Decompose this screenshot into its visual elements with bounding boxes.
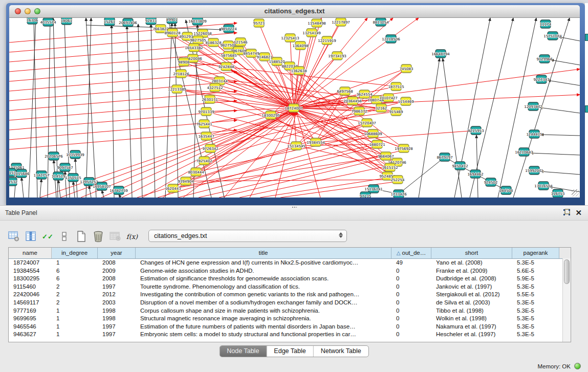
network-window-titlebar[interactable]: citations_edges.txt <box>9 5 580 18</box>
graph-edge[interactable] <box>559 37 580 41</box>
graph-edge[interactable] <box>29 18 36 198</box>
graph-edge[interactable] <box>86 18 91 198</box>
graph-node-18061[interactable]: 18061 <box>61 18 72 25</box>
graph-node-1620443[interactable]: 1620443 <box>165 184 181 192</box>
column-header-short[interactable]: short <box>431 248 512 258</box>
graph-node-11532[interactable]: 11532 <box>9 178 17 186</box>
graph-node-17016504[interactable]: 17016504 <box>534 182 553 190</box>
cell-out_de[interactable]: 0 <box>391 307 431 315</box>
cell-year[interactable]: 2012 <box>98 291 136 299</box>
cell-short[interactable]: Hescheler et al. (1997) <box>431 331 512 339</box>
cell-year[interactable]: 2003 <box>98 299 136 307</box>
graph-node-8679197[interactable]: 8679197 <box>437 153 452 161</box>
cell-pagerank[interactable]: 5.3E-5 <box>512 259 559 267</box>
graph-node-16033809[interactable]: 16033809 <box>188 18 207 25</box>
table-vertical-scrollbar[interactable] <box>562 258 571 342</box>
cell-pagerank[interactable]: 5.3E-5 <box>512 331 559 339</box>
graph-node-15751074[interactable]: 15751074 <box>543 32 562 40</box>
table-row[interactable]: 946554611997Estimation of the future num… <box>9 323 571 331</box>
cell-in_degree[interactable]: 1 <box>52 259 98 267</box>
table-row[interactable]: 1938455462009Genome-wide association stu… <box>9 267 571 275</box>
tab-node-table[interactable]: Node Table <box>220 346 266 357</box>
graph-node-9227343[interactable]: 9227343 <box>533 75 549 83</box>
column-header-out_de[interactable]: △out_de… <box>391 248 431 258</box>
table-row[interactable]: 946362711997Embryonic stem cells: a mode… <box>9 331 571 339</box>
cell-year[interactable]: 1997 <box>98 283 136 291</box>
graph-edge[interactable] <box>151 24 155 198</box>
graph-edge[interactable] <box>9 52 237 72</box>
graph-node-1733426[interactable]: 1733426 <box>390 190 407 198</box>
close-panel-icon[interactable]: ✕ <box>575 209 582 217</box>
graph-node-121546[interactable]: 121546 <box>234 38 248 46</box>
graph-node-915469[interactable]: 915469 <box>389 107 403 116</box>
graph-edge[interactable] <box>419 58 440 198</box>
panel-divider-handle[interactable] <box>292 206 297 209</box>
table-row[interactable]: 1456911722003Disruption of a novel membe… <box>9 299 571 307</box>
cell-short[interactable]: Tibbo et al. (1998) <box>431 307 512 315</box>
graph-node-11548498[interactable]: 11548498 <box>308 19 326 27</box>
graph-edge[interactable] <box>178 146 376 198</box>
table-row[interactable]: 1830029562008Estimation of significance … <box>9 275 571 283</box>
graph-node-1342757[interactable]: 1342757 <box>33 171 49 179</box>
cell-year[interactable]: 2009 <box>98 267 136 275</box>
cell-year[interactable]: 1997 <box>98 331 136 339</box>
graph-edge[interactable] <box>73 182 75 198</box>
graph-edge[interactable] <box>165 23 172 198</box>
cell-title[interactable]: Corpus callosum shape and size in male p… <box>136 307 391 315</box>
cell-short[interactable]: Yano et al. (2008) <box>431 259 512 267</box>
column-header-name[interactable]: name <box>9 248 52 258</box>
table-row[interactable]: 911546021997Tourette syndrome. Phenomeno… <box>9 283 571 291</box>
cell-name[interactable]: 18724007 <box>9 259 52 267</box>
graph-node-2630171[interactable]: 2630171 <box>202 95 217 103</box>
graph-node-10688609[interactable]: 10688609 <box>364 129 382 138</box>
graph-node-95723[interactable]: 95723 <box>253 19 265 27</box>
graph-edge[interactable] <box>539 107 580 113</box>
cell-name[interactable]: 18300295 <box>9 275 52 283</box>
cell-pagerank[interactable]: 5.3E-5 <box>512 283 559 291</box>
table-row[interactable]: 969969511998Structural magnetic resonanc… <box>9 315 571 323</box>
graph-node-15992071[interactable]: 15992071 <box>525 166 543 174</box>
graph-node-924502[interactable]: 924502 <box>484 178 498 186</box>
cell-in_degree[interactable]: 1 <box>52 307 98 315</box>
cell-name[interactable]: 22420046 <box>9 291 52 299</box>
cell-year[interactable]: 1998 <box>98 307 136 315</box>
graph-node-17359939[interactable]: 17359939 <box>66 150 84 159</box>
cell-title[interactable]: Tourette syndrome. Phenomenology and cla… <box>136 283 391 291</box>
graph-node-12325413[interactable]: 12325413 <box>281 34 299 42</box>
cell-name[interactable]: 19384554 <box>9 267 52 275</box>
graph-node-11174[interactable]: 11174 <box>540 20 552 28</box>
graph-edge[interactable] <box>540 135 580 136</box>
cell-name[interactable]: 9699695 <box>9 315 52 323</box>
table-row[interactable]: 977716911998Corpus callosum shape and si… <box>9 307 571 315</box>
cell-short[interactable]: de Silva et al. (2003) <box>431 299 512 307</box>
graph-edge[interactable] <box>530 153 580 155</box>
graph-node-745083[interactable]: 745083 <box>400 64 413 73</box>
graph-edge[interactable] <box>48 18 50 198</box>
cell-name[interactable]: 9465546 <box>9 323 52 331</box>
column-header-title[interactable]: title <box>136 248 391 258</box>
graph-edge[interactable] <box>102 190 104 198</box>
network-table-selector[interactable]: citations_edges.txt <box>148 230 347 242</box>
graph-node-12218506[interactable]: 12218506 <box>382 35 400 43</box>
graph-node-89901[interactable]: 89901 <box>166 18 178 24</box>
float-panel-icon[interactable] <box>563 209 571 218</box>
cell-title[interactable]: Estimation of significance thresholds fo… <box>136 275 391 283</box>
graph-node-7625441[interactable]: 7625441 <box>196 120 212 128</box>
select-all-icon[interactable]: ✓✓ <box>42 231 53 242</box>
graph-node-8215953[interactable]: 8215953 <box>468 126 484 135</box>
scrollbar-thumb[interactable] <box>564 259 570 284</box>
graph-node-9097587[interactable]: 9097587 <box>57 163 73 171</box>
graph-edge[interactable] <box>40 179 41 198</box>
graph-edge[interactable] <box>53 18 58 198</box>
unselect-all-icon[interactable] <box>59 231 70 242</box>
memory-status-indicator-icon[interactable] <box>574 363 581 369</box>
cell-out_de[interactable]: 0 <box>391 283 431 291</box>
cell-short[interactable]: Dudbridge et al. (2008) <box>431 275 512 283</box>
cell-name[interactable]: 9115460 <box>9 283 52 291</box>
graph-node-19756928[interactable]: 19756928 <box>395 144 413 152</box>
table-row[interactable]: 1872400712008Changes of HCN gene express… <box>9 259 571 267</box>
graph-node-32162[interactable]: 32162 <box>376 104 387 112</box>
graph-node-12093872[interactable]: 12093872 <box>524 102 542 111</box>
graph-node-12215919[interactable]: 12215919 <box>318 36 336 45</box>
cell-year[interactable]: 1998 <box>98 315 136 323</box>
